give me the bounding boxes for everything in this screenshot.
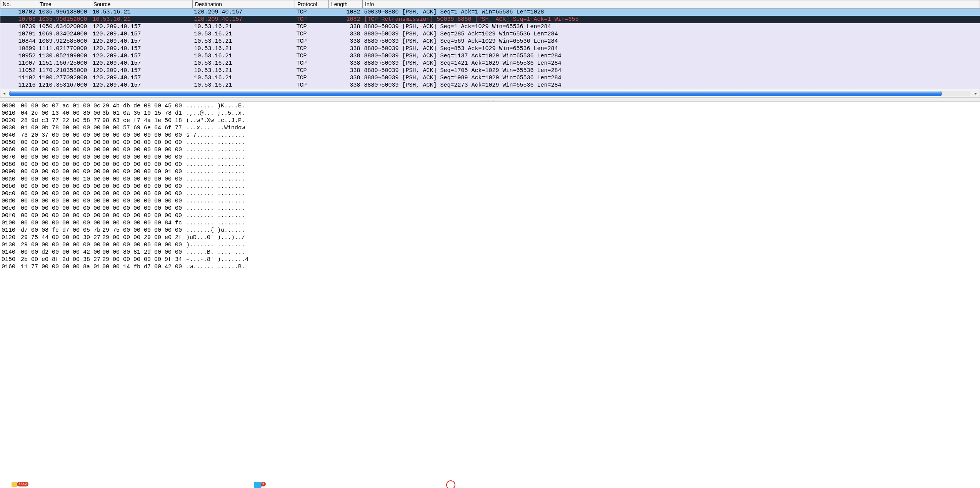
hex-line[interactable]: 00c000 00 00 00 00 00 00 0000 00 00 00 0… — [2, 190, 978, 197]
hex-bytes: 00 00 00 00 00 00 00 00 — [102, 197, 186, 205]
notification-icon[interactable] — [12, 482, 17, 487]
pane-splitter[interactable]: :::::: — [0, 98, 980, 102]
cell-source: 120.209.40.157 — [91, 67, 193, 74]
hex-line[interactable]: 009000 00 00 00 00 00 00 0000 00 00 00 0… — [2, 168, 978, 175]
scroll-thumb[interactable] — [9, 91, 942, 96]
hex-bytes: 00 00 00 00 00 00 00 00 — [21, 161, 102, 168]
hex-line[interactable]: 010000 00 00 00 00 00 00 0000 00 00 00 0… — [2, 219, 978, 227]
cell-length: 1082 — [329, 16, 363, 23]
hex-line[interactable]: 001004 2c 00 13 40 00 80 063b 01 0a 35 1… — [2, 110, 978, 117]
hex-offset: 0120 — [2, 234, 21, 241]
hex-bytes: 98 63 ce f7 4a 1e 50 18 — [102, 117, 186, 124]
cell-destination: 10.53.16.21 — [193, 30, 295, 38]
cell-protocol: TCP — [295, 30, 329, 38]
hex-bytes: 29 4b db de 08 00 45 00 — [102, 102, 186, 110]
table-row[interactable]: 109521130.052199000120.209.40.15710.53.1… — [0, 52, 980, 60]
hex-bytes: 00 00 14 fb d7 00 42 00 — [102, 263, 186, 271]
scroll-track[interactable] — [9, 91, 971, 96]
horizontal-scrollbar[interactable]: ◀ ▶ — [0, 89, 980, 98]
hex-ascii: ........ ........ — [186, 139, 286, 146]
hex-line[interactable]: 016011 77 00 00 00 00 8a 0100 00 14 fb d… — [2, 263, 978, 271]
cell-protocol: TCP — [295, 67, 329, 74]
cell-no: 10844 — [0, 38, 37, 45]
hex-bytes: 11 77 00 00 00 00 8a 01 — [21, 263, 102, 271]
cell-source: 10.53.16.21 — [91, 16, 193, 23]
hex-line[interactable]: 00e000 00 00 00 00 00 00 0000 00 00 00 0… — [2, 205, 978, 212]
hex-line[interactable]: 007000 00 00 00 00 00 00 0000 00 00 00 0… — [2, 154, 978, 161]
table-row[interactable]: 108441089.922585000120.209.40.15710.53.1… — [0, 38, 980, 45]
hex-offset: 00d0 — [2, 197, 21, 205]
hex-line[interactable]: 004073 20 37 00 00 00 00 0000 00 00 00 0… — [2, 132, 978, 139]
mail-badge: 6 — [261, 482, 266, 486]
hex-offset: 0030 — [2, 124, 21, 132]
hex-ascii: s 7..... ........ — [186, 132, 286, 139]
hex-line[interactable]: 002028 9d c3 77 22 b0 58 7798 63 ce f7 4… — [2, 117, 978, 124]
hex-bytes: 00 00 00 00 00 00 00 00 — [21, 146, 102, 154]
hex-offset: 0090 — [2, 168, 21, 175]
scroll-right-icon[interactable]: ▶ — [972, 90, 980, 97]
packet-list-table[interactable]: No. Time Source Destination Protocol Len… — [0, 0, 980, 89]
hex-line[interactable]: 008000 00 00 00 00 00 00 0000 00 00 00 0… — [2, 161, 978, 168]
column-header-destination[interactable]: Destination — [193, 0, 295, 8]
hex-line[interactable]: 00d000 00 00 00 00 00 00 0000 00 00 00 0… — [2, 197, 978, 205]
hex-ascii: ........ ........ — [186, 197, 286, 205]
hex-line[interactable]: 005000 00 00 00 00 00 00 0000 00 00 00 0… — [2, 139, 978, 146]
hex-line[interactable]: 014000 00 d2 00 00 00 42 0000 00 80 81 2… — [2, 249, 978, 256]
hex-bytes: 00 00 00 00 00 00 00 00 — [102, 146, 186, 154]
table-row[interactable]: 107391050.634020000120.209.40.15710.53.1… — [0, 23, 980, 30]
table-row[interactable]: 110071151.166725000120.209.40.15710.53.1… — [0, 60, 980, 67]
cell-destination: 10.53.16.21 — [193, 38, 295, 45]
hex-line[interactable]: 0110d7 00 08 fc d7 00 05 7b29 75 00 00 0… — [2, 227, 978, 234]
hex-offset: 00a0 — [2, 175, 21, 183]
record-icon[interactable] — [446, 480, 455, 488]
hex-line[interactable]: 00a000 00 00 00 00 00 10 0e00 00 00 00 0… — [2, 175, 978, 183]
hex-line[interactable]: 000000 00 0c 07 ac 01 00 0c29 4b db de 0… — [2, 102, 978, 110]
column-header-info[interactable]: Info — [363, 0, 980, 8]
hex-ascii: ........ ........ — [186, 183, 286, 190]
hex-line[interactable]: 012029 75 44 00 00 00 30 2729 00 00 00 2… — [2, 234, 978, 241]
scroll-left-icon[interactable]: ◀ — [0, 90, 8, 97]
hex-bytes: 00 00 00 00 00 00 00 00 — [102, 132, 186, 139]
hex-offset: 0050 — [2, 139, 21, 146]
hex-offset: 0110 — [2, 227, 21, 234]
table-row[interactable]: 108991111.021770000120.209.40.15710.53.1… — [0, 45, 980, 52]
hex-ascii: ........ ........ — [186, 146, 286, 154]
table-row[interactable]: 107031035.99615200010.53.16.21120.209.40… — [0, 16, 980, 23]
hex-line[interactable]: 01502b 00 e0 8f 2d 00 38 2729 00 00 00 0… — [2, 256, 978, 263]
hex-bytes: 00 00 00 00 00 00 01 00 — [102, 168, 186, 175]
hex-dump-pane[interactable]: 000000 00 0c 07 ac 01 00 0c29 4b db de 0… — [0, 102, 980, 271]
hex-ascii: ........ ........ — [186, 212, 286, 219]
hex-bytes: 00 00 0c 07 ac 01 00 0c — [21, 102, 102, 110]
table-row[interactable]: 110521170.210358000120.209.40.15710.53.1… — [0, 67, 980, 74]
mail-icon[interactable] — [254, 482, 262, 488]
column-header-protocol[interactable]: Protocol — [295, 0, 329, 8]
hex-bytes: 04 2c 00 13 40 00 80 06 — [21, 110, 102, 117]
cell-source: 120.209.40.157 — [91, 45, 193, 52]
hex-bytes: 00 00 00 00 00 00 00 00 — [102, 183, 186, 190]
hex-line[interactable]: 013029 00 00 00 00 00 00 0000 00 00 00 0… — [2, 241, 978, 249]
hex-line[interactable]: 006000 00 00 00 00 00 00 0000 00 00 00 0… — [2, 146, 978, 154]
hex-bytes: 00 00 00 00 00 00 00 00 — [102, 161, 186, 168]
column-header-no[interactable]: No. — [0, 0, 37, 8]
table-row[interactable]: 112161210.353167000120.209.40.15710.53.1… — [0, 82, 980, 89]
hex-bytes: 00 00 00 00 00 00 00 00 — [102, 212, 186, 219]
cell-protocol: TCP — [295, 52, 329, 60]
hex-offset: 0150 — [2, 256, 21, 263]
cell-length: 338 — [329, 74, 363, 82]
cell-length: 338 — [329, 45, 363, 52]
hex-bytes: 29 00 00 00 00 00 9f 34 — [102, 256, 186, 263]
cell-no: 10899 — [0, 45, 37, 52]
hex-line[interactable]: 00f000 00 00 00 00 00 00 0000 00 00 00 0… — [2, 212, 978, 219]
column-header-time[interactable]: Time — [37, 0, 91, 8]
hex-ascii: ........ ........ — [186, 175, 286, 183]
hex-line[interactable]: 00b000 00 00 00 00 00 00 0000 00 00 00 0… — [2, 183, 978, 190]
column-header-source[interactable]: Source — [91, 0, 193, 8]
table-row[interactable]: 111021190.277092000120.209.40.15710.53.1… — [0, 74, 980, 82]
hex-line[interactable]: 003001 00 0b 78 00 00 00 0000 00 57 69 6… — [2, 124, 978, 132]
hex-offset: 0160 — [2, 263, 21, 271]
cell-protocol: TCP — [295, 38, 329, 45]
table-row[interactable]: 107911069.834024000120.209.40.15710.53.1… — [0, 30, 980, 38]
column-header-length[interactable]: Length — [329, 0, 363, 8]
cell-time: 1170.210358000 — [37, 67, 91, 74]
table-row[interactable]: 107021035.99613800010.53.16.21120.209.40… — [0, 8, 980, 16]
